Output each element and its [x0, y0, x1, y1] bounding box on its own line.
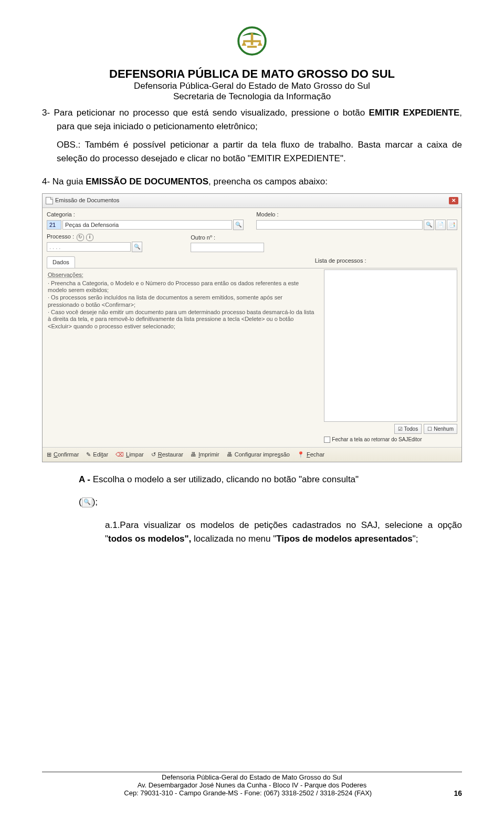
- checkbox-icon: [324, 437, 330, 443]
- close-icon[interactable]: ✕: [449, 197, 458, 204]
- org-logo: [42, 21, 462, 63]
- obs-title: Observações:: [48, 272, 314, 279]
- modelo-extra1-icon[interactable]: 📄: [435, 220, 446, 230]
- toolbar-limpar[interactable]: ⌫Limpar: [116, 450, 144, 459]
- page-footer: Defensoria Pública-Geral do Estado de Ma…: [42, 772, 462, 797]
- edit-icon: ✎: [86, 450, 91, 459]
- page-number: 16: [454, 789, 462, 797]
- categoria-code-input[interactable]: 21: [47, 220, 61, 230]
- toolbar-fechar[interactable]: 📍Fechar: [297, 450, 324, 459]
- footer-line-2: Av. Desembargador José Nunes da Cunha - …: [42, 781, 462, 789]
- clear-icon: ⌫: [116, 450, 124, 459]
- label-categoria: Categoria :: [47, 210, 244, 219]
- pin-close-icon: 📍: [297, 450, 304, 459]
- app-screenshot: Emissão de Documentos ✕ Categoria : 21 P…: [42, 193, 462, 462]
- sub-item-A: A - Escolha o modelo a ser utilizado, cl…: [79, 473, 462, 486]
- window-titlebar: Emissão de Documentos ✕: [43, 194, 461, 208]
- svg-rect-1: [251, 33, 254, 45]
- sub-item-A-paren: (🔍);: [79, 495, 462, 509]
- modelo-search-icon[interactable]: 🔍: [424, 220, 434, 230]
- toolbar-editar[interactable]: ✎Editar: [86, 450, 108, 459]
- header-sub1: Defensoria Pública-Geral do Estado de Ma…: [42, 81, 462, 91]
- obs-line-1: · Preencha a Categoria, o Modelo e o Núm…: [48, 280, 314, 295]
- svg-rect-3: [247, 46, 257, 48]
- magnifier-icon: 🔍: [82, 497, 92, 507]
- label-lista-processos: Lista de processos :: [315, 257, 366, 264]
- toolbar-config-impressao[interactable]: 🖶Configurar impressão: [227, 450, 290, 459]
- document-icon: [46, 197, 53, 204]
- obs-line-3: · Caso você deseje não emitir um documen…: [48, 309, 314, 330]
- label-modelo: Modelo :: [256, 210, 457, 219]
- btn-nenhum[interactable]: ☐Nenhum: [424, 424, 457, 434]
- check-fechar-retorno[interactable]: Fechar a tela ao retornar do SAJEditor: [324, 434, 457, 444]
- categoria-name-input[interactable]: Peças da Defensoria: [62, 220, 232, 230]
- footer-line-3: Cep: 79031-310 - Campo Grande-MS - Fone:…: [124, 789, 372, 797]
- svg-rect-2: [243, 40, 260, 42]
- label-processo: Processo :: [47, 233, 74, 240]
- outro-input[interactable]: [191, 243, 264, 252]
- header-title: DEFENSORIA PÚBLICA DE MATO GROSSO DO SUL: [42, 67, 462, 81]
- print-icon: 🖶: [191, 450, 196, 459]
- step-4-text: 4- Na guia EMISSÃO DE DOCUMENTOS, preenc…: [42, 175, 462, 189]
- restore-icon: ↺: [151, 450, 156, 459]
- check-icon: ☑: [398, 425, 403, 433]
- toolbar-imprimir[interactable]: 🖶Imprimir: [191, 450, 219, 459]
- sub-item-a1: a.1.Para visualizar os modelos de petiçõ…: [79, 518, 462, 546]
- btn-todos[interactable]: ☑Todos: [394, 424, 422, 434]
- footer-line-1: Defensoria Pública-Geral do Estado de Ma…: [42, 773, 462, 781]
- refresh-icon[interactable]: ↻: [77, 234, 84, 241]
- info-icon[interactable]: i: [86, 234, 93, 241]
- observacoes-panel: Observações: · Preencha a Categoria, o M…: [47, 268, 318, 447]
- tab-dados[interactable]: Dados: [47, 256, 75, 268]
- uncheck-icon: ☐: [427, 425, 432, 433]
- processo-search-icon[interactable]: 🔍: [132, 242, 142, 252]
- modelo-input[interactable]: [256, 220, 423, 230]
- categoria-search-icon[interactable]: 🔍: [233, 220, 244, 230]
- toolbar-confirmar[interactable]: ⊞Confirmar: [47, 450, 79, 459]
- print-config-icon: 🖶: [227, 450, 233, 459]
- confirm-icon: ⊞: [47, 450, 51, 459]
- obs-line-2: · Os processos serão incluídos na lista …: [48, 294, 314, 309]
- processo-input[interactable]: . . . .: [47, 242, 131, 252]
- modelo-extra2-icon[interactable]: 📑: [447, 220, 457, 230]
- lista-processos-listbox[interactable]: [324, 269, 457, 422]
- step-3-obs: OBS.: Também é possível peticionar a par…: [42, 138, 462, 166]
- step-3-text: 3- Para peticionar no processo que está …: [42, 106, 462, 134]
- window-title: Emissão de Documentos: [55, 196, 119, 205]
- toolbar-restaurar[interactable]: ↺Restaurar: [151, 450, 183, 459]
- header-sub2: Secretaria de Tecnologia da Informação: [42, 91, 462, 102]
- label-outro: Outro nº :: [191, 233, 281, 242]
